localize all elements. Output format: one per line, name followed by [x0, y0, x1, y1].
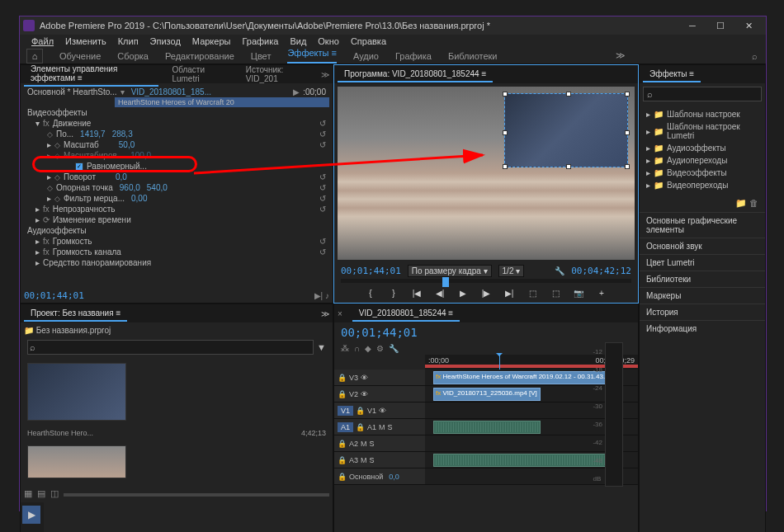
step-fwd-button[interactable]: |▶ — [478, 286, 494, 299]
ec-anchor-y[interactable]: 540,0 — [147, 183, 168, 192]
step-back-button[interactable]: ◀| — [432, 286, 448, 299]
section-essential-sound[interactable]: Основной звук — [640, 238, 765, 254]
wrench-icon[interactable]: 🔧 — [555, 266, 564, 275]
ec-scale-value[interactable]: 50,0 — [119, 140, 135, 149]
menu-window[interactable]: Окно — [313, 35, 344, 48]
ec-target-clip[interactable]: VID_20180801_185... — [131, 87, 211, 97]
tab-effects[interactable]: Эффекты ≡ — [643, 67, 701, 82]
section-essential-graphics[interactable]: Основные графические элементы — [640, 212, 765, 238]
ec-channel-vol[interactable]: Громкость канала — [53, 247, 121, 257]
reset-icon[interactable]: ↺ — [319, 183, 326, 192]
export-frame-button[interactable]: 📷 — [570, 286, 587, 299]
program-tc-left[interactable]: 00;01;44;01 — [341, 266, 401, 276]
ws-learning[interactable]: Обучение — [59, 51, 101, 61]
menu-graphics[interactable]: Графика — [237, 35, 283, 48]
tab-project[interactable]: Проект: Без названия ≡ — [24, 306, 127, 322]
clip-v2[interactable]: fx VID_20180713_225036.mp4 [V] — [433, 388, 541, 401]
close-button[interactable]: ✕ — [734, 16, 763, 35]
eff-audio-trans[interactable]: ▸📁Аудиопереходы — [646, 154, 758, 167]
ws-color[interactable]: Цвет — [251, 51, 272, 61]
search-icon[interactable]: ⌕ — [752, 51, 758, 61]
ws-editing[interactable]: Редактирование — [165, 51, 234, 61]
home-button[interactable]: ⌂ — [26, 49, 43, 64]
new-bin-icon[interactable]: 📁 — [735, 198, 747, 208]
ec-anchor-x[interactable]: 960,0 — [120, 183, 140, 192]
play-button[interactable]: ▶ — [455, 286, 471, 299]
tab-program[interactable]: Программа: VID_20180801_185244 ≡ — [338, 67, 493, 82]
go-in-button[interactable]: |◀ — [409, 286, 425, 299]
lift-button[interactable]: ⬚ — [524, 286, 541, 299]
section-info[interactable]: Информация — [640, 320, 765, 337]
ec-position-x[interactable]: 1419,7 — [80, 129, 106, 139]
tab-sequence[interactable]: VID_20180801_185244 ≡ — [352, 306, 460, 322]
zoom-slider[interactable] — [64, 493, 329, 497]
menu-view[interactable]: Вид — [285, 35, 311, 48]
menu-help[interactable]: Справка — [346, 35, 391, 48]
eff-video-trans[interactable]: ▸📁Видеопереходы — [646, 179, 758, 191]
trash-icon[interactable]: 🗑 — [749, 198, 758, 208]
ec-motion[interactable]: Движение — [53, 119, 92, 128]
ec-primary-clip[interactable]: Основной * HearthSto... — [27, 87, 117, 97]
ws-assembly[interactable]: Сборка — [117, 51, 149, 61]
keyframe-icon[interactable]: ◇ — [54, 141, 60, 149]
maximize-button[interactable]: ☐ — [706, 16, 734, 35]
panel-overflow[interactable]: ≫ — [321, 309, 329, 318]
ec-timecode[interactable]: 00;01;44;01 — [24, 290, 84, 301]
pip-overlay[interactable] — [504, 93, 628, 167]
reset-icon[interactable]: ↺ — [319, 247, 326, 257]
reset-icon[interactable]: ↺ — [319, 119, 326, 128]
uniform-checkbox[interactable]: ✓ — [75, 162, 83, 171]
reset-icon[interactable]: ↺ — [319, 140, 326, 149]
ws-libraries[interactable]: Библиотеки — [448, 51, 498, 61]
list-view-icon[interactable]: ▦ — [24, 488, 32, 499]
ec-controls-icon[interactable]: ▶| ♪ — [314, 291, 329, 300]
section-history[interactable]: История — [640, 304, 765, 320]
section-libraries[interactable]: Библиотеки — [640, 271, 765, 287]
minimize-button[interactable]: ─ — [678, 16, 706, 35]
ec-rotation-value[interactable]: 0,0 — [116, 172, 127, 181]
menu-edit[interactable]: Изменить — [60, 35, 111, 48]
mark-in-button[interactable]: { — [362, 286, 379, 299]
selection-tool[interactable]: ▶ — [22, 506, 40, 524]
keyframe-icon[interactable]: ◇ — [54, 173, 60, 181]
menu-sequence[interactable]: Эпизод — [145, 35, 186, 48]
ec-time-remap[interactable]: Изменение времени — [53, 215, 131, 224]
zoom-dropdown[interactable]: 1/2 ▾ — [498, 265, 525, 277]
eff-audio-fx[interactable]: ▸📁Аудиоэффекты — [646, 142, 758, 154]
go-out-button[interactable]: ▶| — [501, 286, 517, 299]
ws-effects[interactable]: Эффекты ≡ — [287, 48, 337, 64]
reset-icon[interactable]: ↺ — [319, 172, 326, 181]
eff-lumetri[interactable]: ▸📁Шаблоны настроек Lumetri — [646, 120, 758, 142]
keyframe-icon[interactable]: ◇ — [54, 195, 60, 203]
program-view[interactable] — [338, 87, 635, 260]
playhead[interactable] — [499, 355, 500, 370]
clip-a1[interactable] — [433, 421, 541, 434]
menu-file[interactable]: Файл — [26, 35, 59, 48]
icon-view-icon[interactable]: ▤ — [37, 488, 45, 499]
clip-v3[interactable]: fx HearthStone Heroes of Warcraft 2019.0… — [433, 371, 615, 384]
wrench-icon[interactable]: 🔧 — [389, 344, 399, 353]
keyframe-icon[interactable]: ◇ — [47, 184, 53, 192]
menu-clip[interactable]: Клип — [113, 35, 144, 48]
project-filename[interactable]: Без названия.prproj — [36, 326, 111, 335]
reset-icon[interactable]: ↺ — [319, 205, 326, 214]
ec-flicker-value[interactable]: 0,00 — [131, 194, 147, 203]
reset-icon[interactable]: ↺ — [319, 194, 326, 203]
reset-icon[interactable]: ↺ — [319, 237, 326, 246]
ws-graphics[interactable]: Графика — [395, 51, 432, 61]
extract-button[interactable]: ⬚ — [547, 286, 564, 299]
project-search[interactable]: ⌕ — [27, 340, 314, 355]
track-select-tool[interactable]: ⇥ — [22, 525, 40, 532]
ws-overflow[interactable]: ≫ — [616, 50, 626, 61]
reset-icon[interactable]: ↺ — [319, 129, 326, 139]
program-scrubber[interactable] — [341, 279, 631, 283]
eff-video-fx[interactable]: ▸📁Видеоэффекты — [646, 167, 758, 179]
timeline-timecode[interactable]: 00;01;44;01 — [341, 326, 418, 339]
ec-panner[interactable]: Средство панорамирования — [43, 258, 151, 267]
project-thumbnail-2[interactable] — [27, 445, 126, 478]
snap-icon[interactable]: ⁂ — [341, 344, 349, 353]
panel-overflow[interactable]: ≫ — [321, 70, 329, 79]
section-lumetri-color[interactable]: Цвет Lumetri — [640, 254, 765, 271]
ec-opacity[interactable]: Непрозрачность — [53, 205, 116, 214]
filter-icon[interactable]: ▼ — [317, 342, 326, 352]
